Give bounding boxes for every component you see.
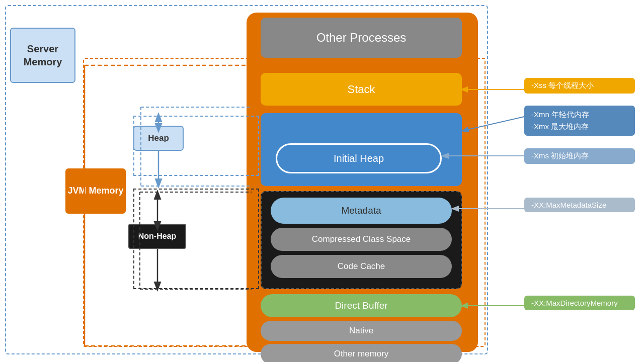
- metadata-label: Metadata: [341, 205, 381, 216]
- server-memory-label: Server Memory: [11, 42, 74, 68]
- direct-buffer-box: Direct Buffer: [261, 294, 462, 317]
- xmn-xmx-annotation: -Xmn 年轻代内存 -Xmx 最大堆内存: [524, 106, 635, 136]
- xss-label: -Xss 每个线程大小: [531, 81, 594, 90]
- other-processes-label: Other Processes: [316, 31, 407, 45]
- non-heap-dashed-border: [133, 189, 259, 289]
- max-directory-annotation: -XX:MaxDirectoryMemory: [524, 296, 635, 310]
- max-metadata-label: -XX:MaxMetadataSize: [531, 201, 606, 209]
- xss-annotation: -Xss 每个线程大小: [524, 78, 635, 94]
- code-cache-label: Code Cache: [338, 261, 385, 272]
- heap-dashed-border: [133, 116, 259, 176]
- direct-buffer-label: Direct Buffer: [335, 300, 387, 311]
- max-directory-label: -XX:MaxDirectoryMemory: [531, 299, 618, 307]
- server-memory-box: Server Memory: [10, 28, 75, 83]
- compressed-class-space-box: Compressed Class Space: [271, 228, 452, 251]
- xmn-label: -Xmn 年轻代内存: [531, 109, 589, 121]
- native-box: Native: [261, 321, 462, 341]
- code-cache-box: Code Cache: [271, 255, 452, 278]
- initial-heap-label: Initial Heap: [334, 153, 384, 164]
- max-metadata-annotation: -XX:MaxMetadataSize: [524, 198, 635, 212]
- metadata-box: Metadata: [271, 198, 452, 224]
- xms-label: -Xms 初始堆内存: [531, 151, 589, 161]
- xms-annotation: -Xms 初始堆内存: [524, 148, 635, 164]
- other-memory-label: Other memory: [334, 349, 389, 359]
- other-processes-box: Other Processes: [261, 18, 462, 58]
- stack-label: Stack: [347, 83, 375, 96]
- xmx-label: -Xmx 最大堆内存: [531, 121, 589, 133]
- jvm-memory-label: JVM Memory: [67, 185, 123, 197]
- other-memory-box: Other memory: [261, 344, 462, 362]
- stack-box: Stack: [261, 73, 462, 106]
- jvm-memory-box: JVM Memory: [65, 168, 126, 214]
- native-label: Native: [349, 326, 373, 336]
- initial-heap-box: Initial Heap: [276, 143, 442, 173]
- compressed-class-space-label: Compressed Class Space: [312, 234, 411, 244]
